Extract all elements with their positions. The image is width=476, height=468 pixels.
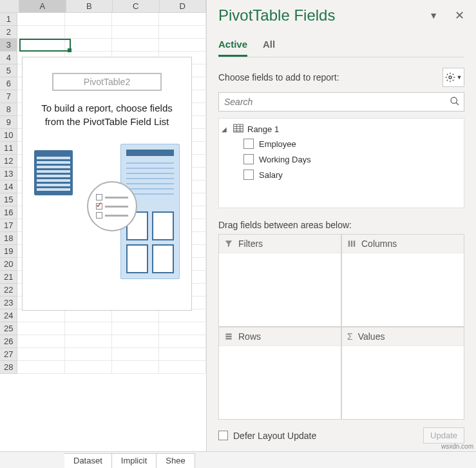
tab-all[interactable]: All <box>263 35 275 57</box>
rows-area[interactable]: Rows <box>218 327 341 420</box>
row-header[interactable]: 19 <box>0 245 17 258</box>
checkbox-icon[interactable] <box>218 431 228 440</box>
field-row[interactable]: Salary <box>222 167 461 182</box>
row-header[interactable]: 10 <box>0 129 17 142</box>
cell[interactable] <box>159 322 206 335</box>
cell[interactable] <box>112 348 159 361</box>
cell[interactable] <box>17 348 64 361</box>
cell[interactable] <box>159 335 206 348</box>
row-header[interactable]: 11 <box>0 142 17 155</box>
row-header[interactable]: 24 <box>0 309 17 322</box>
cell[interactable] <box>17 13 64 26</box>
close-icon[interactable]: ✕ <box>455 8 464 23</box>
cell[interactable] <box>65 39 112 52</box>
row-header[interactable]: 1 <box>0 13 17 26</box>
cell[interactable] <box>112 26 159 39</box>
select-all-corner[interactable] <box>0 0 19 12</box>
field-checkbox[interactable] <box>243 170 254 180</box>
cell[interactable] <box>112 309 159 322</box>
worksheet-grid[interactable]: A B C D 1 2 3 4 5 6 7 8 9 10 11 12 13 14… <box>0 0 206 451</box>
row-header[interactable]: 15 <box>0 193 17 206</box>
row-header[interactable]: 21 <box>0 271 17 284</box>
cell[interactable] <box>65 309 112 322</box>
cell[interactable] <box>159 39 206 52</box>
cell[interactable] <box>65 335 112 348</box>
row-header[interactable]: 27 <box>0 348 17 361</box>
col-header-c[interactable]: C <box>113 0 160 12</box>
col-header-b[interactable]: B <box>66 0 113 12</box>
cell[interactable] <box>17 322 64 335</box>
sigma-icon: Σ <box>347 331 353 342</box>
cell[interactable] <box>17 361 64 374</box>
row-header[interactable]: 8 <box>0 103 17 116</box>
search-field[interactable] <box>218 92 464 112</box>
cell[interactable] <box>159 361 206 374</box>
cell[interactable] <box>65 361 112 374</box>
row-header[interactable]: 9 <box>0 116 17 129</box>
row-header[interactable]: 17 <box>0 219 17 232</box>
field-row[interactable]: Working Days <box>222 151 461 167</box>
pivottable-placeholder[interactable]: PivotTable2 To build a report, choose fi… <box>22 57 192 311</box>
cell[interactable] <box>112 13 159 26</box>
tools-button[interactable]: ▼ <box>443 68 464 87</box>
panel-options-dropdown-icon[interactable]: ▼ <box>429 10 438 21</box>
cell[interactable] <box>159 348 206 361</box>
row-header[interactable]: 26 <box>0 335 17 348</box>
row-header[interactable]: 2 <box>0 26 17 39</box>
cell[interactable] <box>17 335 64 348</box>
row-header[interactable]: 22 <box>0 284 17 297</box>
cell[interactable] <box>65 348 112 361</box>
cell[interactable] <box>112 361 159 374</box>
area-dropzone[interactable] <box>342 346 464 419</box>
row-header[interactable]: 14 <box>0 180 17 193</box>
row-header[interactable]: 3 <box>0 39 17 52</box>
col-header-d[interactable]: D <box>160 0 207 12</box>
cell[interactable] <box>159 13 206 26</box>
row-header[interactable]: 20 <box>0 258 17 271</box>
row-header[interactable]: 25 <box>0 322 17 335</box>
update-button[interactable]: Update <box>423 427 464 444</box>
row-header[interactable]: 5 <box>0 64 17 77</box>
sheet-tab[interactable]: Implicit <box>112 453 157 468</box>
sheet-tab[interactable]: Shee <box>157 453 195 468</box>
area-dropzone[interactable] <box>342 253 464 326</box>
table-icon <box>233 124 243 135</box>
sheet-tab[interactable]: Dataset <box>64 453 112 468</box>
field-row[interactable]: Employee <box>222 136 461 151</box>
field-label: Salary <box>259 170 283 180</box>
cell[interactable] <box>17 309 64 322</box>
cell[interactable] <box>112 39 159 52</box>
values-area[interactable]: Σ Values <box>341 327 464 420</box>
search-input[interactable] <box>219 97 446 107</box>
defer-layout-checkbox[interactable]: Defer Layout Update <box>218 431 316 441</box>
cell[interactable] <box>159 26 206 39</box>
collapse-icon[interactable]: ◢ <box>222 126 229 133</box>
row-header[interactable]: 13 <box>0 168 17 180</box>
cell[interactable] <box>65 26 112 39</box>
row-header[interactable]: 7 <box>0 90 17 103</box>
row-header[interactable]: 16 <box>0 206 17 219</box>
cell[interactable] <box>65 322 112 335</box>
field-checkbox[interactable] <box>243 139 254 149</box>
cell[interactable] <box>112 335 159 348</box>
row-header[interactable]: 28 <box>0 361 17 374</box>
area-dropzone[interactable] <box>219 346 341 419</box>
row-header[interactable]: 4 <box>0 52 17 64</box>
search-icon[interactable] <box>446 96 464 108</box>
row-header[interactable]: 12 <box>0 155 17 168</box>
row-header[interactable]: 6 <box>0 77 17 90</box>
cell[interactable] <box>112 322 159 335</box>
tab-active[interactable]: Active <box>218 35 247 57</box>
row-header[interactable]: 18 <box>0 232 17 245</box>
table-node[interactable]: ◢ Range 1 <box>222 122 461 136</box>
cell[interactable] <box>17 26 64 39</box>
columns-area[interactable]: Columns <box>341 234 464 327</box>
field-checkbox[interactable] <box>243 154 254 164</box>
cell[interactable] <box>65 13 112 26</box>
col-header-a[interactable]: A <box>19 0 66 12</box>
fill-handle[interactable] <box>68 48 71 52</box>
row-header[interactable]: 23 <box>0 297 17 309</box>
cell[interactable] <box>159 309 206 322</box>
area-dropzone[interactable] <box>219 253 341 326</box>
filters-area[interactable]: Filters <box>218 234 341 327</box>
